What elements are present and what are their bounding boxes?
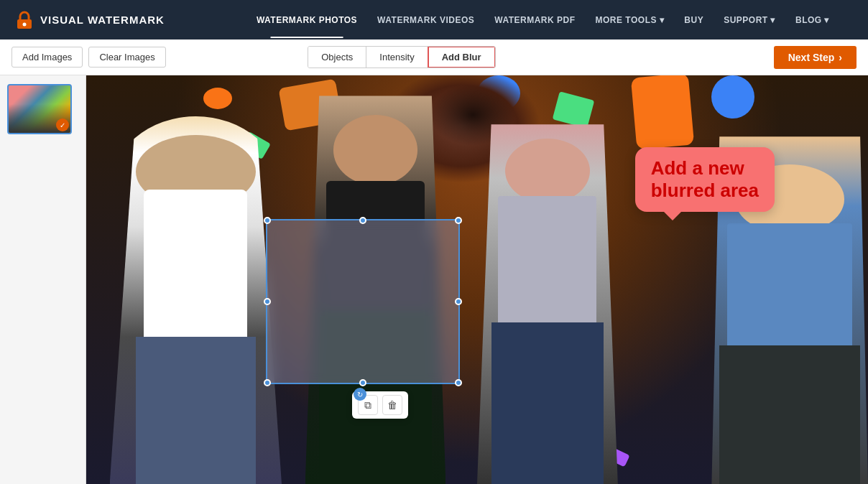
person-silhouette-3 (477, 124, 618, 484)
resize-handle-mid-left[interactable] (264, 298, 271, 305)
thumbnail-item[interactable]: ✓ (7, 84, 72, 134)
tooltip-bubble: Add a new blurred area (635, 147, 775, 212)
nav-links: WATERMARK PHOTOS WATERMARK VIDEOS WATERM… (246, 15, 839, 25)
nav-watermark-videos[interactable]: WATERMARK VIDEOS (367, 15, 484, 25)
tab-group: Objects Intensity Add Blur (308, 46, 495, 68)
resize-handle-top-mid[interactable] (359, 217, 366, 224)
delete-blur-button[interactable]: 🗑 (382, 395, 402, 415)
resize-handle-top-left[interactable] (264, 217, 271, 224)
logo-icon (14, 10, 34, 30)
blur-selection-box[interactable] (266, 219, 460, 384)
next-step-button[interactable]: Next Step › (774, 46, 857, 69)
clear-images-button[interactable]: Clear Images (88, 47, 165, 68)
tooltip-text: Add a new blurred area (651, 157, 759, 202)
resize-handle-top-right[interactable] (455, 217, 462, 224)
main-content: ✓ (0, 75, 868, 484)
tab-add-blur[interactable]: Add Blur (428, 46, 496, 68)
toolbar: Add Images Clear Images Objects Intensit… (0, 39, 868, 75)
resize-handle-bottom-right[interactable] (455, 379, 462, 386)
logo-text: VISUAL WATERMARK (40, 14, 165, 26)
svg-point-1 (23, 22, 27, 26)
tab-objects[interactable]: Objects (308, 47, 366, 68)
nav-watermark-pdf[interactable]: WATERMARK PDF (484, 15, 585, 25)
header: VISUAL WATERMARK WATERMARK PHOTOS WATERM… (0, 0, 868, 39)
nav-blog[interactable]: BLOG ▾ (785, 15, 839, 25)
photo-scene (86, 75, 868, 484)
thumb-check-icon: ✓ (56, 118, 69, 131)
add-images-button[interactable]: Add Images (11, 47, 83, 68)
nav-more-tools[interactable]: MORE TOOLS ▾ (586, 15, 675, 25)
person-silhouette-1 (110, 116, 282, 484)
resize-handle-bottom-left[interactable] (264, 379, 271, 386)
resize-handle-bottom-mid[interactable] (359, 379, 366, 386)
tab-intensity[interactable]: Intensity (366, 47, 428, 68)
rotate-handle[interactable]: ↻ (354, 388, 366, 401)
logo-area[interactable]: VISUAL WATERMARK (14, 10, 165, 30)
resize-handle-mid-right[interactable] (455, 298, 462, 305)
nav-support[interactable]: SUPPORT ▾ (714, 15, 785, 25)
sidebar: ✓ (0, 75, 86, 484)
nav-buy[interactable]: BUY (674, 15, 714, 25)
canvas-area[interactable]: ⧉ 🗑 ↻ Add a new blurred area (86, 75, 868, 484)
nav-watermark-photos[interactable]: WATERMARK PHOTOS (246, 15, 367, 25)
